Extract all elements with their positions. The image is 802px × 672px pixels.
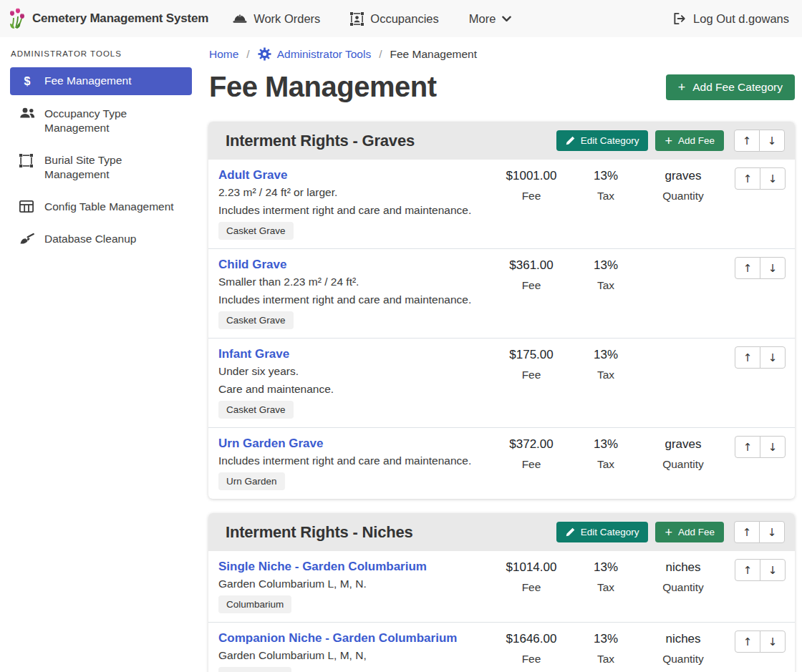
quantity-value: niches — [643, 631, 723, 646]
sidebar-item-fee-management[interactable]: $ Fee Management — [10, 67, 192, 95]
fee-description: Includes interment right and care and ma… — [218, 293, 488, 306]
fee-name-link[interactable]: Single Niche - Garden Columbarium — [218, 559, 427, 574]
sidebar-heading: ADMINISTRATOR TOOLS — [11, 49, 192, 58]
tax-column: 13% Tax — [569, 436, 643, 471]
tax-column: 13% Tax — [569, 559, 643, 594]
nav-occupancies[interactable]: Occupancies — [350, 12, 438, 26]
move-category-up-button[interactable]: ↑ — [734, 521, 760, 543]
fee-descriptions: Garden Columbarium L, M, N. — [218, 577, 488, 590]
add-fee-button[interactable]: + Add Fee — [655, 522, 724, 542]
move-category-down-button[interactable]: ↓ — [759, 521, 785, 543]
fee-amount-label: Fee — [494, 369, 569, 381]
fee-amount-column: $175.00 Fee — [494, 346, 569, 381]
move-fee-down-button[interactable]: ↓ — [760, 630, 786, 653]
category-title: Interment Rights - Graves — [226, 132, 549, 150]
move-fee-down-button[interactable]: ↓ — [760, 167, 786, 190]
pencil-icon — [566, 527, 575, 537]
fee-description: Includes interment right and care and ma… — [218, 454, 488, 467]
move-fee-up-button[interactable]: ↑ — [735, 559, 760, 581]
nav-work-orders[interactable]: Work Orders — [233, 12, 320, 26]
fee-reorder-group: ↑ ↓ — [735, 257, 786, 279]
fee-row: Child Grave Smaller than 2.23 m² / 24 ft… — [208, 249, 795, 339]
tax-column: 13% Tax — [569, 167, 643, 203]
tax-value: 13% — [569, 168, 643, 183]
fee-name-link[interactable]: Urn Garden Grave — [218, 436, 323, 451]
fee-category-card: Interment Rights - Niches Edit Category … — [208, 513, 795, 672]
quantity-label: Quantity — [643, 190, 723, 203]
move-fee-down-button[interactable]: ↓ — [760, 346, 786, 369]
edit-category-button[interactable]: Edit Category — [556, 130, 649, 151]
category-header: Interment Rights - Niches Edit Category … — [208, 513, 795, 551]
move-fee-down-button[interactable]: ↓ — [760, 559, 786, 581]
top-navbar: Cemetery Management System Work Orders — [0, 0, 802, 37]
fee-info: Companion Niche - Garden Columbarium Gar… — [218, 630, 494, 672]
fee-name-link[interactable]: Adult Grave — [218, 167, 287, 182]
nav-more[interactable]: More — [469, 12, 512, 26]
tax-column: 13% Tax — [569, 257, 643, 292]
fee-description: Garden Columbarium L, M, N, — [218, 648, 488, 662]
category-reorder-group: ↑ ↓ — [734, 521, 785, 543]
move-fee-down-button[interactable]: ↓ — [760, 257, 786, 279]
users-icon — [19, 107, 35, 119]
sidebar-item-occupancy-type-management[interactable]: Occupancy Type Management — [10, 100, 192, 142]
category-list: Interment Rights - Graves Edit Category … — [208, 122, 795, 672]
tax-label: Tax — [569, 190, 643, 203]
fee-descriptions: 2.23 m² / 24 ft² or larger.Includes inte… — [218, 185, 488, 217]
fee-amount-label: Fee — [494, 653, 569, 666]
logout-button[interactable]: Log Out d.gowans — [673, 12, 789, 26]
page-header: Fee Management + Add Fee Category — [209, 71, 795, 103]
fee-amount-column: $361.00 Fee — [494, 257, 569, 292]
edit-category-label: Edit Category — [581, 135, 639, 146]
quantity-label: Quantity — [643, 581, 723, 594]
add-fee-label: Add Fee — [678, 135, 715, 146]
quantity-label: Quantity — [643, 458, 723, 471]
quantity-value: graves — [643, 437, 723, 452]
fee-name-link[interactable]: Companion Niche - Garden Columbarium — [218, 630, 457, 646]
tax-label: Tax — [569, 581, 643, 594]
fee-amount-column: $1014.00 Fee — [494, 559, 569, 594]
fee-row: Companion Niche - Garden Columbarium Gar… — [208, 623, 795, 672]
fee-name-link[interactable]: Infant Grave — [218, 346, 289, 361]
category-title: Interment Rights - Niches — [226, 523, 549, 542]
page-title: Fee Management — [209, 71, 437, 103]
object-group-icon — [19, 153, 35, 167]
move-fee-up-button[interactable]: ↑ — [735, 167, 760, 190]
broom-icon — [19, 232, 35, 245]
fee-description: 2.23 m² / 24 ft² or larger. — [218, 185, 488, 199]
move-category-down-button[interactable]: ↓ — [759, 130, 785, 152]
sidebar-item-label: Config Table Management — [44, 200, 174, 214]
add-fee-button[interactable]: + Add Fee — [655, 130, 724, 151]
fee-info: Urn Garden Grave Includes interment righ… — [218, 436, 494, 490]
tax-column: 13% Tax — [569, 630, 643, 666]
sidebar-item-burial-site-type-management[interactable]: Burial Site Type Management — [10, 147, 192, 188]
category-header: Interment Rights - Graves Edit Category … — [208, 122, 795, 160]
move-fee-up-button[interactable]: ↑ — [735, 257, 760, 279]
breadcrumb-home-link[interactable]: Home — [209, 48, 238, 61]
move-fee-up-button[interactable]: ↑ — [735, 436, 760, 458]
add-fee-category-button[interactable]: + Add Fee Category — [666, 74, 795, 100]
edit-category-button[interactable]: Edit Category — [556, 522, 649, 542]
fee-reorder-group: ↑ ↓ — [735, 559, 786, 581]
fee-reorder-group: ↑ ↓ — [735, 167, 786, 190]
tax-value: 13% — [569, 258, 643, 273]
fee-name-link[interactable]: Child Grave — [218, 257, 286, 272]
sidebar-item-config-table-management[interactable]: Config Table Management — [10, 193, 192, 220]
quantity-column: graves Quantity — [643, 167, 723, 203]
quantity-label: Quantity — [643, 653, 723, 666]
fee-rows: Single Niche - Garden Columbarium Garden… — [208, 551, 795, 672]
fee-description: Smaller than 2.23 m² / 24 ft². — [218, 275, 488, 288]
move-fee-up-button[interactable]: ↑ — [735, 630, 760, 653]
plus-icon: + — [665, 527, 672, 537]
app-brand[interactable]: Cemetery Management System — [9, 8, 208, 29]
fee-amount-value: $1646.00 — [494, 631, 569, 646]
breadcrumb-admin-tools-link[interactable]: Administrator Tools — [258, 47, 372, 61]
move-fee-up-button[interactable]: ↑ — [735, 346, 760, 369]
fee-amount-label: Fee — [494, 190, 569, 203]
fee-row: Adult Grave 2.23 m² / 24 ft² or larger.I… — [208, 160, 795, 249]
move-fee-down-button[interactable]: ↓ — [760, 436, 786, 458]
fee-description: Includes interment right and care and ma… — [218, 203, 488, 217]
sidebar-item-database-cleanup[interactable]: Database Cleanup — [10, 225, 192, 253]
quantity-value: graves — [643, 168, 723, 183]
plus-icon: + — [678, 82, 686, 92]
move-category-up-button[interactable]: ↑ — [734, 130, 760, 152]
